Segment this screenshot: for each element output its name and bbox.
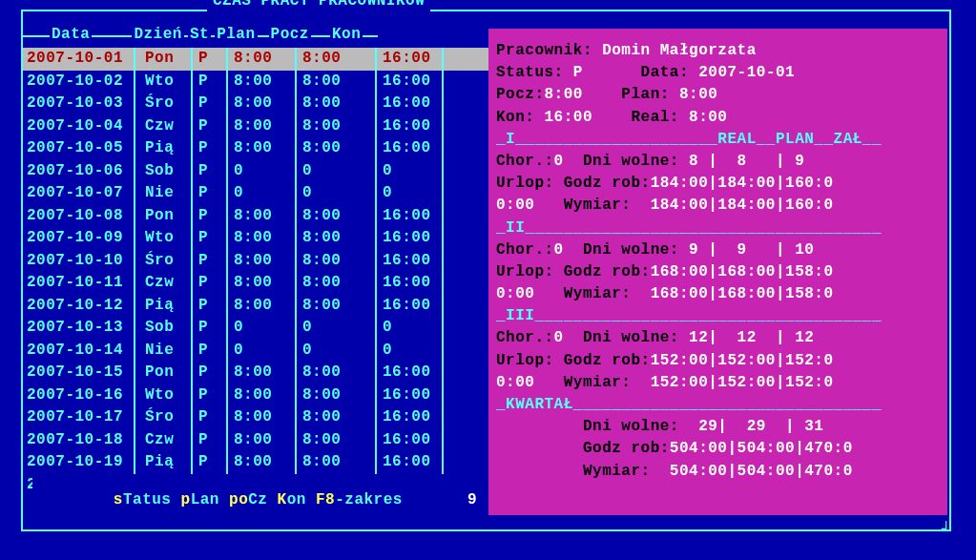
cell-kon: 0 [383,160,442,183]
table-row[interactable]: 2007-10-17ŚroP8:008:0016:00 [23,406,488,429]
cell-pocz: 8:00 [302,295,375,318]
pocz-value: 8:00 [545,86,583,103]
s2-dni-label: Dni wolne: [583,241,679,259]
employee-label: Pracownik: [496,42,592,59]
cell-plan: 8:00 [234,384,295,407]
cell-st: P [198,160,226,183]
section-1-header: _I_____________________REAL__PLAN__ZAŁ__ [496,129,940,151]
cell-date: 2007-10-03 [27,93,134,115]
kon-value: 16:00 [545,109,593,126]
cell-st: P [198,205,226,228]
cell-plan: 8:00 [234,272,295,295]
cell-plan: 8:00 [234,71,295,93]
table-row[interactable]: 2007-10-07NieP000 [23,182,488,205]
s2-wymiar: 168:00|168:00|158:0 [651,285,834,302]
cell-st: P [198,227,226,250]
cell-day: Śro [141,250,191,273]
table-row[interactable]: 2007-10-13SobP000 [23,317,488,340]
cell-plan: 8:00 [234,295,295,318]
cell-pocz: 8:00 [302,362,375,384]
cell-date: 2007-10-01 [27,48,134,71]
real-value: 8:00 [689,109,727,126]
cell-st: P [198,137,226,160]
table-row[interactable]: 2007-10-18CzwP8:008:0016:00 [23,429,488,452]
table-row[interactable]: 2007-10-16WtoP8:008:0016:00 [23,384,488,407]
kw-dni-label: Dni wolne: [583,418,679,435]
table-row[interactable]: 2007-10-10ŚroP8:008:0016:00 [23,250,488,273]
cell-pocz: 8:00 [302,205,375,228]
cell-pocz: 8:00 [302,227,375,250]
table-row[interactable]: 2007-10-08PonP8:008:0016:00 [23,205,488,228]
cell-plan: 8:00 [234,406,295,429]
cell-st: P [198,93,226,115]
cell-pocz: 8:00 [302,272,375,295]
cell-kon: 16:00 [383,250,442,273]
cell-plan: 0 [234,182,295,205]
status-label: Status: [496,64,564,81]
table-row[interactable]: 2007-10-09WtoP8:008:0016:00 [23,227,488,250]
cell-plan: 8:00 [234,137,295,160]
timesheet-table: Data Dzień St Plan Pocz Kon 2007-10-01Po… [23,29,488,515]
cell-st: P [198,182,226,205]
table-row[interactable]: 2007-10-02WtoP8:008:0016:00 [23,71,488,93]
employee-value: Domin Małgorzata [602,42,757,59]
cell-kon: 16:00 [383,272,442,295]
cell-st: P [198,451,226,474]
cell-kon: 16:00 [383,71,442,93]
cell-kon: 0 [383,340,442,363]
cell-day: Czw [141,429,191,452]
cell-kon: 16:00 [383,406,442,429]
s3-wymiar: 152:00|152:00|152:0 [651,374,834,391]
cell-plan: 8:00 [234,250,295,273]
table-row[interactable]: 2007-10-05PiąP8:008:0016:00 [23,137,488,160]
cell-date: 2007-10-14 [27,340,134,363]
cell-pocz: 8:00 [302,406,375,429]
s1-wymiar-label: Wymiar: [564,197,632,214]
table-row[interactable]: 2007-10-19PiąP8:008:0016:00 [23,451,488,474]
s1-urlop-label: Urlop: [496,175,554,192]
s3-urlop-label: Urlop: [496,352,554,369]
cell-pocz: 8:00 [302,137,375,160]
table-row[interactable]: 2007-10-06SobP000 [23,160,488,183]
cell-plan: 8:00 [234,115,295,138]
table-row[interactable]: 2007-10-14NieP000 [23,340,488,363]
main-window: CZAS PRACY PRACOWNIKÓW Data Dzień St Pla… [21,11,951,531]
cell-day: Czw [141,272,191,295]
cell-day: Pon [141,362,191,384]
s1-godz: 184:00|184:00|160:0 [651,175,834,192]
cell-pocz: 0 [302,160,375,183]
s2-godz-label: Godz rob: [564,263,651,280]
section-3-header: _III____________________________________ [496,305,940,327]
table-row[interactable]: 2007-10-12PiąP8:008:0016:00 [23,295,488,318]
cell-date: 2007-10-16 [27,384,134,407]
cell-st: P [198,115,226,138]
table-row[interactable]: 2007-10-15PonP8:008:0016:00 [23,362,488,384]
cell-day: Pią [141,137,191,160]
cell-pocz: 8:00 [302,93,375,115]
cell-pocz: 0 [302,317,375,340]
cell-plan: 0 [234,340,295,363]
s3-chor: 0 [554,329,564,346]
table-row[interactable]: 2007-10-03ŚroP8:008:0016:00 [23,93,488,115]
cell-date: 2007-10-04 [27,115,134,138]
cell-st: P [198,340,226,363]
cell-day: Nie [141,182,191,205]
cell-plan: 8:00 [234,451,295,474]
cell-kon: 16:00 [383,115,442,138]
table-row[interactable]: 2007-10-01PonP8:008:0016:00 [23,48,488,71]
cell-day: Pią [141,295,191,318]
header-plan: Plan [215,26,257,43]
cell-date: 2007-10-02 [27,71,134,93]
s3-dni-label: Dni wolne: [583,329,679,346]
cell-plan: 8:00 [234,205,295,228]
table-row[interactable]: 2007-10-11CzwP8:008:0016:00 [23,272,488,295]
s2-dni: 9 | 9 | 10 [689,241,814,259]
s3-dni: 12| 12 | 12 [689,329,814,346]
cell-st: P [198,250,226,273]
cell-st: P [198,71,226,93]
table-row[interactable]: 2007-10-04CzwP8:008:0016:00 [23,115,488,138]
kw-godz-label: Godz rob: [583,440,670,457]
cell-st: P [198,406,226,429]
cell-plan: 8:00 [234,429,295,452]
cell-date: 2007-10-08 [27,205,134,228]
